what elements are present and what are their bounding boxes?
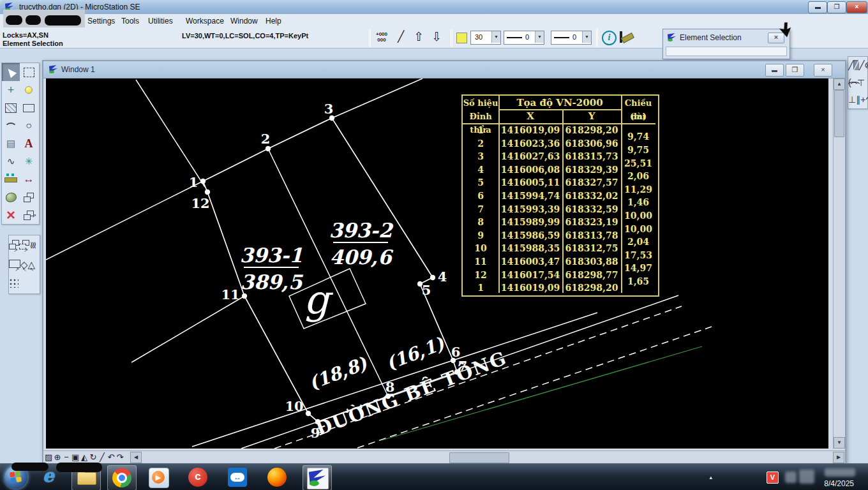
document-window-titlebar[interactable]: Window 1 ❐ ×	[43, 61, 845, 78]
mini-arrow-icon: ↗	[32, 207, 36, 225]
line-style-dropdown[interactable]: 0 ▼	[504, 31, 544, 45]
active-color-swatch[interactable]	[456, 33, 467, 43]
drawing-canvas[interactable]: 123456789101112393-1389,5393-2409,6g(18,…	[46, 78, 828, 449]
table-row-x: 1416006,08	[498, 163, 562, 177]
copy-element-tool[interactable]	[20, 188, 38, 206]
doc-restore-button[interactable]: ❐	[786, 64, 804, 77]
change-attributes-tool[interactable]	[2, 188, 20, 206]
polygon-tool[interactable]	[20, 99, 38, 117]
align-element[interactable]: △↖	[28, 259, 36, 270]
close-button[interactable]: ×	[846, 1, 867, 13]
vertex-label-1: 1	[189, 174, 198, 190]
line-tool-b[interactable]: ╱	[853, 60, 858, 70]
element-selection-tool[interactable]	[2, 63, 20, 81]
xy-coordinate-button[interactable]: +000000	[373, 29, 390, 48]
zoom-out-button[interactable]: −	[63, 452, 71, 462]
element-info-button[interactable]: i	[602, 31, 617, 45]
menu-item-settings[interactable]: Settings	[85, 16, 117, 26]
curve-arrow-tool[interactable]: ↷	[865, 94, 868, 105]
snap-point-tool[interactable]: +	[2, 81, 20, 99]
table-row-x: 1416017,54	[498, 269, 562, 282]
menu-item-window[interactable]: Window	[228, 16, 260, 26]
measure-distance-button[interactable]	[618, 30, 634, 44]
dimension-tool[interactable]: ↔	[20, 170, 38, 188]
scroll-left-icon[interactable]: ◀	[130, 452, 142, 463]
mini-arrow-icon: ↗	[13, 241, 18, 260]
window-area-button[interactable]: ▣	[71, 452, 80, 462]
scroll-down-icon[interactable]: ▼	[834, 437, 845, 449]
table-row-x: 1415989,99	[498, 216, 562, 229]
neighbor-line-11	[131, 296, 244, 362]
ime-indicator[interactable]: V	[767, 471, 779, 484]
header-y: Y	[562, 110, 621, 123]
patterning-tool[interactable]	[2, 99, 20, 117]
taskbar-firefox[interactable]	[263, 465, 291, 489]
header-toa-do: Tọa độ VN-2000	[498, 96, 621, 110]
vertical-scrollbar[interactable]: ▲ ▼	[833, 78, 845, 449]
taskbar-media-player[interactable]: ▶	[144, 465, 172, 489]
minimize-button[interactable]	[808, 1, 827, 13]
menu-item-tools[interactable]: Tools	[119, 16, 142, 26]
show-hidden-icons-button[interactable]: ▴	[709, 474, 712, 480]
table-row-id: 6	[463, 189, 498, 203]
place-line-button[interactable]: ╱	[393, 29, 409, 45]
level-dropdown[interactable]: 30 ▼	[470, 31, 501, 45]
taskbar-microstation[interactable]	[303, 465, 332, 490]
arc-tool[interactable]	[2, 117, 20, 135]
hscroll-thumb[interactable]	[449, 452, 509, 463]
line-weight-dropdown[interactable]: 0 ▼	[551, 31, 592, 45]
table-row-x: 1416023,36	[498, 137, 562, 151]
pan-view-button[interactable]: ╱	[98, 452, 107, 462]
menu-item-utilities[interactable]: Utilities	[146, 16, 176, 26]
table-row-id: 9	[463, 229, 498, 242]
fence-tool[interactable]	[20, 63, 38, 81]
table-row-length: 9,74	[621, 130, 655, 144]
header-so-hieu: Số hiệu	[463, 96, 498, 110]
point-star-tool[interactable]: ✳	[20, 152, 38, 170]
tray-icon-blurred[interactable]	[799, 470, 814, 484]
scroll-up-icon[interactable]: ▲	[834, 78, 845, 90]
curve-tool[interactable]: ∿	[2, 152, 20, 170]
rotate-element[interactable]: ↗	[9, 259, 20, 270]
vertex-label-12: 12	[191, 195, 209, 211]
element-selection-dialog[interactable]: Element Selection ×	[662, 29, 790, 59]
redo-view-button[interactable]: ↷	[116, 452, 125, 462]
ellipse-tool[interactable]: ○	[20, 117, 38, 135]
zoom-in-button[interactable]: ⊕	[54, 452, 63, 462]
vscroll-thumb[interactable]	[834, 90, 844, 137]
windows-taskbar: e▶c↔ ▴ V 8/4/2025	[0, 463, 868, 490]
menu-item-workspace[interactable]: Workspace	[183, 16, 227, 26]
fit-view-button[interactable]: ◭	[80, 452, 89, 462]
delete-element-tool[interactable]: ×	[2, 206, 20, 224]
taskbar-chrome[interactable]	[107, 465, 137, 490]
arrow-down-button[interactable]: ⇩	[428, 29, 445, 45]
circle-keypoint-tool[interactable]: ⊗	[864, 60, 868, 70]
media-player-icon: ▶	[149, 468, 169, 488]
array-element[interactable]	[9, 279, 19, 290]
restore-button[interactable]: ❐	[827, 1, 846, 13]
rotate-view-button[interactable]: ↻	[89, 452, 98, 462]
tray-icon-blurred[interactable]	[785, 471, 797, 483]
scroll-right-icon[interactable]: ▶	[833, 452, 844, 463]
menu-item-help[interactable]: Help	[263, 16, 284, 26]
clock-date[interactable]: 8/4/2025	[824, 479, 854, 488]
arc-point-tool[interactable]: ⊥	[848, 94, 856, 105]
taskbar-teamviewer[interactable]: ↔	[223, 465, 251, 489]
taskbar-coccoc[interactable]: c	[184, 465, 212, 489]
copy-element[interactable]: ↗	[9, 240, 19, 251]
measure-tool[interactable]	[2, 170, 20, 188]
mirror-element[interactable]: ◇↖	[20, 259, 28, 270]
symbology-toolbar: 30 ▼ 0 ▼ 0 ▼	[451, 29, 597, 47]
text-tool[interactable]: A	[20, 135, 38, 152]
cells-tool[interactable]: ▤	[2, 135, 20, 152]
undo-view-button[interactable]: ↶	[107, 452, 116, 462]
arrow-up-button[interactable]: ⇧	[410, 29, 427, 45]
arc-tangent-tool[interactable]: ⊥	[857, 77, 865, 87]
modify-element-tool[interactable]: ↗	[20, 206, 38, 224]
table-row-length: 1,65	[621, 275, 655, 288]
doc-close-button[interactable]: ×	[814, 64, 832, 77]
doc-minimize-button[interactable]	[765, 64, 784, 77]
update-view-button[interactable]: ▨	[45, 452, 54, 462]
tentative-point-tool[interactable]	[20, 81, 38, 99]
scale-element[interactable]: ≋	[29, 240, 38, 251]
